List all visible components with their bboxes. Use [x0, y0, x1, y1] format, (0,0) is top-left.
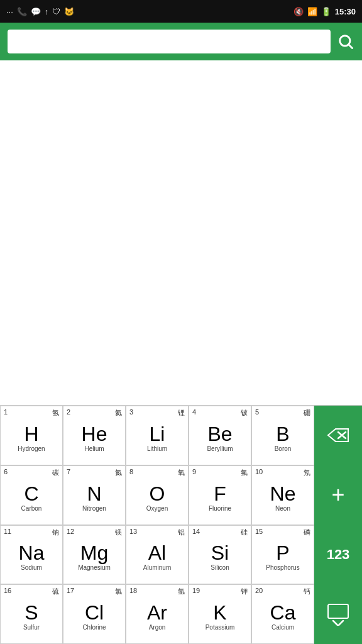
element-C[interactable]: 6 碳 C Carbon — [0, 465, 63, 525]
element-F[interactable]: 9 氟 F Fluorine — [189, 465, 251, 525]
element-K[interactable]: 19 钾 K Potassium — [189, 584, 251, 644]
element-N[interactable]: 7 氮 N Nitrogen — [63, 465, 126, 525]
search-bar — [0, 23, 362, 60]
element-He[interactable]: 2 氦 He Helium — [63, 406, 126, 465]
element-O[interactable]: 8 氧 O Oxygen — [126, 465, 189, 525]
main-content-area — [0, 60, 362, 405]
element-Ar[interactable]: 18 氩 Ar Argon — [126, 584, 189, 644]
numpad-label: 123 — [327, 547, 350, 563]
element-Mg[interactable]: 12 镁 Mg Magnesium — [63, 525, 126, 585]
element-P[interactable]: 15 磷 P Phosphorus — [251, 525, 314, 585]
mute-icon: 🔇 — [293, 7, 304, 16]
element-Ca[interactable]: 20 钙 Ca Calcium — [251, 584, 314, 644]
phone-icon: 📞 — [17, 7, 27, 16]
element-S[interactable]: 16 硫 S Sulfur — [0, 584, 63, 644]
numpad-button[interactable]: 123 — [314, 525, 362, 585]
search-input[interactable] — [8, 30, 331, 53]
dismiss-keyboard-icon — [326, 603, 351, 626]
wifi-signal-icon: 📶 — [307, 7, 317, 16]
plus-icon: + — [331, 482, 344, 508]
dismiss-button[interactable] — [314, 584, 362, 644]
cat-icon: 🐱 — [64, 7, 74, 16]
element-B[interactable]: 5 硼 B Boron — [251, 406, 314, 465]
element-Na[interactable]: 11 钠 Na Sodium — [0, 525, 63, 585]
element-Cl[interactable]: 17 氯 Cl Chlorine — [63, 584, 126, 644]
upload-icon: ↑ — [45, 7, 49, 16]
search-button[interactable] — [337, 33, 354, 50]
keyboard-row-3: 11 钠 Na Sodium 12 镁 Mg Magnesium 13 铝 Al… — [0, 525, 362, 585]
dots-icon: ··· — [6, 7, 13, 16]
keyboard-row-1: 1 氢 H Hydrogen 2 氦 He Helium 3 锂 Li Lith… — [0, 406, 362, 465]
periodic-keyboard: 1 氢 H Hydrogen 2 氦 He Helium 3 锂 Li Lith… — [0, 405, 362, 644]
time-display: 15:30 — [335, 7, 356, 16]
shield-icon: 🛡 — [52, 7, 60, 16]
element-H[interactable]: 1 氢 H Hydrogen — [0, 406, 63, 465]
status-right-icons: 🔇 📶 🔋 15:30 — [293, 7, 356, 16]
element-Al[interactable]: 13 铝 Al Aluminum — [126, 525, 189, 585]
keyboard-row-4: 16 硫 S Sulfur 17 氯 Cl Chlorine 18 氩 Ar A… — [0, 584, 362, 644]
status-bar: ··· 📞 💬 ↑ 🛡 🐱 🔇 📶 🔋 15:30 — [0, 0, 362, 23]
element-Ne[interactable]: 10 氖 Ne Neon — [251, 465, 314, 525]
keyboard-row-2: 6 碳 C Carbon 7 氮 N Nitrogen 8 氧 O Oxygen… — [0, 465, 362, 525]
svg-line-1 — [349, 45, 352, 48]
plus-button[interactable]: + — [314, 465, 362, 525]
backspace-button[interactable] — [314, 406, 362, 465]
svg-rect-4 — [328, 604, 348, 618]
battery-icon: 🔋 — [321, 7, 331, 16]
backspace-icon — [327, 426, 349, 444]
status-left-icons: ··· 📞 💬 ↑ 🛡 🐱 — [6, 7, 74, 16]
message-icon: 💬 — [31, 7, 41, 16]
element-Si[interactable]: 14 硅 Si Silicon — [189, 525, 251, 585]
element-Be[interactable]: 4 铍 Be Beryllium — [189, 406, 251, 465]
element-Li[interactable]: 3 锂 Li Lithium — [126, 406, 189, 465]
